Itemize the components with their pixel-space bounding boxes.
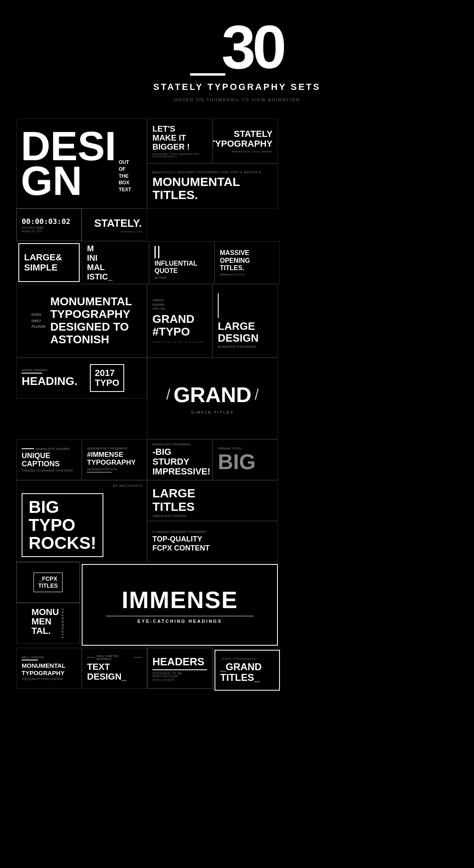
row-8: _FCPXTITLES MONUMENTAL. TYPOGRAPHY IMMEN… <box>16 562 458 648</box>
immense-eye-main: IMMENSE <box>122 586 238 613</box>
hover-hint: HOVER ON THUMBNAIL TO VIEW ANIMATION <box>0 97 474 102</box>
minimalistic-text: MINIMALISTIC_ <box>87 244 112 282</box>
tile-grand-titles: _FCPX TYPOGRAPHY _GRANDTITLES_ <box>215 650 280 691</box>
tile-text-design: WELL CRAFTED HEADINGS TEXTDESIGN_ <box>82 648 147 689</box>
top-quality-label: ✦ UNIQUELY DESIGNED TYPOGRAPHY <box>152 530 206 534</box>
heading-label: UNIQUE HEADERS <box>22 369 78 371</box>
tile-grand-typo: UNIQUEREADERFOR YOU GRAND#TYPO I·M·M·A·C… <box>147 284 212 358</box>
tile-lets-make: LET'SMAKE ITBIGGER ! OVERDOSE TITLES HEA… <box>147 119 212 163</box>
text-design-bar-left <box>87 657 95 658</box>
tile-unique-captions: MINIMALISTIC HEADERS UNIQUECAPTIONS CREA… <box>16 439 82 480</box>
tile-stately-dot: STATELY. MOTIONVFX.COM <box>82 208 147 241</box>
big-sturdy-label: MONOLITHIC TYPOGRAPHY <box>152 443 191 446</box>
grand-titles-main: _GRANDTITLES_ <box>220 662 262 683</box>
immense-sub: DESIGNED FOR FCPX <box>87 468 117 471</box>
monumental-main: MONUMENTALTITLES. <box>152 175 240 201</box>
large-titles-text: LARGETITLES <box>152 486 195 513</box>
massive-text: MASSIVEOPENINGTITLES. <box>220 249 250 272</box>
tile-large-titles: LARGETITLES UNIQUE FCPX CONTENT <box>147 480 278 521</box>
monumental-bottom-text: MONUMENTALTYPOGRAPHY <box>22 662 65 676</box>
text-design-main: TEXTDESIGN_ <box>87 662 127 682</box>
row-7: _BY MOTIONVFX BIGTYPOROCKS! LARGETITLES … <box>16 480 458 562</box>
influential-bars2 <box>158 246 159 258</box>
headers-label: FCPX CONTENT <box>152 678 174 681</box>
design-text: DESI GN <box>21 129 116 198</box>
headers-sub: DESIGNED TO BE SPECTACULAR <box>152 672 207 678</box>
large-simple-text: LARGE&SIMPLE <box>24 253 62 272</box>
text-design-label-row: WELL CRAFTED HEADINGS <box>87 655 142 660</box>
slash-left: / <box>166 386 170 403</box>
grand-simple-content: / GRAND / <box>166 383 259 407</box>
monumental-label: BEAUTIFULLY DESIGNED TYPOGRAPHY FOR FCPX… <box>152 171 261 174</box>
immense-bar <box>87 472 112 472</box>
tile-large-simple: LARGE&SIMPLE <box>18 243 80 282</box>
lets-make-text: LET'SMAKE ITBIGGER ! <box>152 124 190 151</box>
immense-label: MONUMENTAL TYPOGRAPHY <box>87 447 127 450</box>
tile-monumental-titles: BEAUTIFULLY DESIGNED TYPOGRAPHY FOR FCPX… <box>147 163 278 208</box>
massive-sub: MINIMALISTIC STYLE <box>220 273 245 276</box>
row5-left: UNIQUE HEADERS HEADING. 2017TYPO <box>16 358 147 439</box>
text-design-bar-right <box>134 657 142 658</box>
by-motionfx: _BY MOTIONVFX <box>111 484 143 488</box>
monumental-typo-main: MONUMENTALTYPOGRAPHYDESIGNED TOASTONISH <box>50 295 132 346</box>
slash-right: / <box>255 386 259 403</box>
tile-timer: 00:00:03:02 IT'S TYPO TIME! August 10, 2… <box>16 208 82 241</box>
row-6: MINIMALISTIC HEADERS UNIQUECAPTIONS CREA… <box>16 439 458 480</box>
row-9: WELL-CRAFTED MONUMENTALTYPOGRAPHY TOP-QU… <box>16 648 458 693</box>
tile-top-quality: ✦ UNIQUELY DESIGNED TYPOGRAPHY TOP-QUALI… <box>147 521 278 562</box>
heading-bar <box>22 373 42 374</box>
big-typo-rocks-box: BIGTYPOROCKS! <box>22 493 103 557</box>
tile-monu-men-tal: MONUMENTAL. TYPOGRAPHY <box>16 603 80 644</box>
tiles-grid: DESI GN OUTOFTHEBOXTEXT LET'SMAKE ITBIGG… <box>0 110 474 701</box>
monumental-typo-prefix: FCPXONLYPLUGIN <box>31 312 45 329</box>
influential-bars <box>154 246 159 258</box>
grand-typo-sub: I·M·M·A·C·U·L·A·T·E · D·E·S·I·G·N <box>152 341 203 343</box>
large-titles-sub: UNIQUE FCPX CONTENT <box>152 515 187 517</box>
tile-large-design: LARGEDESIGN @ MAJESTIC TYPOGRAPHY <box>212 284 278 358</box>
grand-typo-main: GRAND#TYPO <box>152 313 195 338</box>
timer-text: 00:00:03:02 <box>22 217 70 226</box>
influential-text: INFLUENTIALQUOTE <box>154 260 197 274</box>
tile-heading: UNIQUE HEADERS HEADING. 2017TYPO <box>16 358 147 398</box>
stately-dot-sub: MOTIONVFX.COM <box>121 230 142 233</box>
top-quality-text: TOP-QUALITYFCPX CONTENT <box>152 535 210 553</box>
unique-sub: CREATED TO ENHANCE YOUR EDITS <box>22 469 73 472</box>
tile-big-sturdy: MONOLITHIC TYPOGRAPHY -BIGSTURDYIMPRESSI… <box>147 439 212 480</box>
tile-grand-simple: / GRAND / SIMPLE TITLES <box>147 358 278 439</box>
right-col-1: LET'SMAKE ITBIGGER ! OVERDOSE TITLES HEA… <box>147 119 278 208</box>
heading-text: HEADING. <box>22 375 78 388</box>
large-design-sub: @ MAJESTIC TYPOGRAPHY <box>218 345 256 348</box>
monu-men-tal-text: MONUMENTAL. <box>31 607 59 635</box>
tile-monumental-bottom: WELL-CRAFTED MONUMENTALTYPOGRAPHY TOP-QU… <box>16 648 82 689</box>
fcpx-titles-box: _FCPXTITLES <box>34 573 62 592</box>
unique-bar <box>22 448 34 449</box>
tile-stately-typo: STATELYTYPOGRAPHY MINIMALISTIC STYLE SHA… <box>212 119 278 163</box>
row-2: 00:00:03:02 IT'S TYPO TIME! August 10, 2… <box>16 208 458 241</box>
timer-label: IT'S TYPO TIME! <box>22 226 44 229</box>
top-right-row: LET'SMAKE ITBIGGER ! OVERDOSE TITLES HEA… <box>147 119 278 163</box>
row-4: FCPXONLYPLUGIN MONUMENTALTYPOGRAPHYDESIG… <box>16 284 458 358</box>
heading-left: UNIQUE HEADERS HEADING. <box>22 369 78 388</box>
typo-2017-text: 2017TYPO <box>95 368 119 388</box>
big-typo-rocks-text: BIGTYPOROCKS! <box>29 498 96 552</box>
stately-dot-text: STATELY. <box>94 217 142 230</box>
row7-right: LARGETITLES UNIQUE FCPX CONTENT ✦ UNIQUE… <box>147 480 278 562</box>
tile-headers: HEADERS DESIGNED TO BE SPECTACULAR FCPX … <box>147 648 212 689</box>
stately-typo-sub: MINIMALISTIC STYLE SHAPES <box>232 150 273 153</box>
monumental-bottom-bar <box>22 660 38 660</box>
row8-left: _FCPXTITLES MONUMENTAL. TYPOGRAPHY <box>16 562 80 648</box>
timer-date: August 10, 2017 <box>22 230 42 233</box>
unique-label-row: MINIMALISTIC HEADERS <box>22 447 70 450</box>
page-wrapper: _30 STATELY TYPOGRAPHY SETS HOVER ON THU… <box>0 0 474 701</box>
monumental-bottom-sub: TOP-QUALITY FCPX CONTENT <box>22 678 64 680</box>
tile-immense-typography: MONUMENTAL TYPOGRAPHY #IMMENSETYPOGRAPHY… <box>82 439 147 480</box>
tile-immense-eye: IMMENSE EYE-CATCHING HEADINGS <box>82 564 278 646</box>
tile-2017: 2017TYPO <box>90 364 124 392</box>
monu-side-text: TYPOGRAPHY <box>61 607 65 638</box>
large-design-text: LARGEDESIGN <box>218 320 259 344</box>
unique-label: MINIMALISTIC HEADERS <box>36 447 70 450</box>
tile-big-opening: OPENING TITLES BIG <box>212 439 278 480</box>
subtitle: STATELY TYPOGRAPHY SETS <box>0 82 474 92</box>
grand-simple-sub: SIMPLE TITLES <box>191 410 234 414</box>
grand-titles-label: _FCPX TYPOGRAPHY <box>220 658 257 660</box>
